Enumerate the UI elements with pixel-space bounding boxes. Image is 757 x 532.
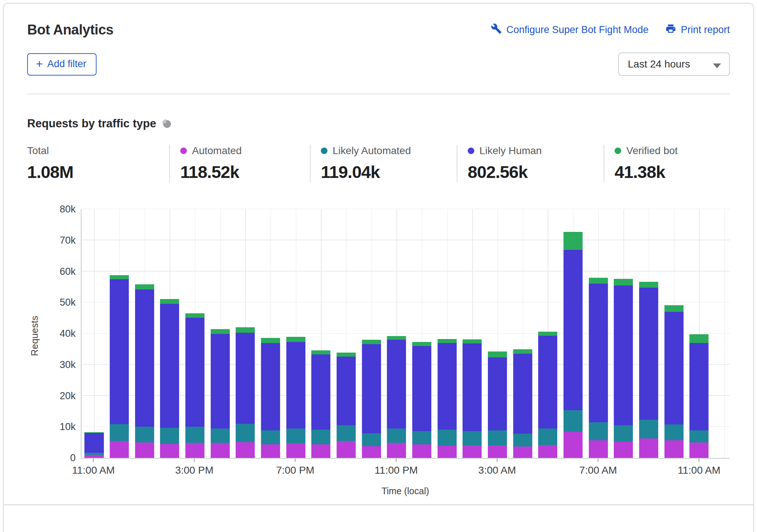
y-tick-label: 20k bbox=[59, 390, 76, 401]
stat-total[interactable]: Total1.08M bbox=[27, 145, 169, 182]
y-tick-label: 0 bbox=[70, 452, 76, 464]
bar-segment-verified-bot bbox=[211, 329, 230, 334]
stat-value: 118.52k bbox=[180, 162, 299, 182]
x-tick-label: 3:00 PM bbox=[175, 464, 213, 476]
bar-9-00-am[interactable] bbox=[639, 282, 658, 458]
y-tick-label: 30k bbox=[59, 359, 76, 370]
bar-segment-likely-automated bbox=[614, 425, 633, 442]
bar-8-00-am[interactable] bbox=[614, 279, 633, 458]
bar-segment-verified-bot bbox=[236, 327, 255, 333]
legend-dot bbox=[321, 147, 327, 154]
bar-2-00-am[interactable] bbox=[463, 339, 482, 458]
bar-12-00-am[interactable] bbox=[412, 342, 431, 458]
bar-1-00-am[interactable] bbox=[438, 339, 457, 458]
pie-chart-icon bbox=[162, 119, 172, 129]
legend-dot bbox=[468, 147, 474, 154]
bar-segment-likely-human bbox=[211, 334, 230, 429]
stat-label: Likely Human bbox=[479, 145, 542, 157]
bar-segment-likely-human bbox=[412, 346, 431, 431]
bar-segment-likely-automated bbox=[110, 424, 129, 441]
bar-segment-likely-human bbox=[463, 343, 482, 431]
stat-likely-automated[interactable]: Likely Automated119.04k bbox=[310, 145, 457, 182]
bar-6-00-am[interactable] bbox=[564, 232, 583, 458]
y-tick-label: 70k bbox=[59, 234, 76, 246]
chart-plot-area: 010k20k30k40k50k60k70k80k bbox=[81, 209, 730, 459]
bar-segment-automated bbox=[236, 442, 255, 458]
x-tick bbox=[497, 459, 497, 462]
stat-verified-bot[interactable]: Verified bot41.38k bbox=[604, 145, 689, 182]
bar-segment-likely-automated bbox=[362, 433, 381, 446]
x-tick bbox=[295, 459, 296, 462]
bar-segment-verified-bot bbox=[664, 305, 683, 312]
bar-segment-verified-bot bbox=[412, 342, 431, 346]
bar-segment-verified-bot bbox=[261, 338, 280, 343]
bar-segment-likely-automated bbox=[564, 410, 583, 432]
configure-super-bot-fight-mode-link[interactable]: Configure Super Bot Fight Mode bbox=[491, 23, 648, 37]
bar-segment-likely-human bbox=[387, 340, 406, 429]
stat-value: 1.08M bbox=[27, 162, 158, 182]
stat-automated[interactable]: Automated118.52k bbox=[169, 145, 310, 182]
bar-8-00-pm[interactable] bbox=[311, 350, 330, 458]
add-filter-button[interactable]: + Add filter bbox=[27, 53, 97, 76]
bar-segment-likely-automated bbox=[463, 431, 482, 445]
bar-segment-verified-bot bbox=[362, 340, 381, 344]
bar-3-00-pm[interactable] bbox=[185, 313, 204, 458]
bar-7-00-pm[interactable] bbox=[286, 337, 305, 458]
bar-segment-likely-human bbox=[664, 312, 683, 424]
gridline bbox=[724, 209, 725, 458]
x-tick-label: 3:00 AM bbox=[478, 464, 516, 476]
print-report-link[interactable]: Print report bbox=[665, 23, 730, 37]
bar-1-00-pm[interactable] bbox=[135, 284, 154, 458]
bar-segment-likely-automated bbox=[135, 427, 154, 442]
gridline bbox=[82, 209, 730, 209]
bar-12-00-pm[interactable] bbox=[110, 275, 129, 458]
stat-likely-human[interactable]: Likely Human802.56k bbox=[457, 145, 604, 182]
bar-segment-verified-bot bbox=[135, 284, 154, 289]
bar-segment-verified-bot bbox=[564, 232, 583, 250]
section-title: Requests by traffic type bbox=[27, 117, 156, 130]
bar-segment-verified-bot bbox=[488, 351, 507, 357]
bar-segment-verified-bot bbox=[185, 313, 204, 318]
bar-10-00-am[interactable] bbox=[664, 305, 683, 458]
bar-segment-likely-human bbox=[135, 289, 154, 427]
bar-segment-likely-human bbox=[236, 333, 255, 424]
x-tick-label: 7:00 PM bbox=[276, 464, 314, 476]
time-range-select[interactable]: Last 24 hours bbox=[618, 52, 730, 76]
header-divider bbox=[27, 94, 730, 94]
y-axis-title: Requests bbox=[29, 316, 40, 356]
bar-11-00-am[interactable] bbox=[84, 432, 104, 458]
bar-2-00-pm[interactable] bbox=[160, 299, 179, 458]
bar-segment-likely-automated bbox=[211, 429, 230, 443]
bar-segment-verified-bot bbox=[387, 336, 406, 340]
bar-segment-likely-automated bbox=[337, 425, 356, 441]
section-bottom-divider bbox=[4, 504, 753, 505]
gridline bbox=[82, 271, 730, 272]
page-title: Bot Analytics bbox=[27, 22, 113, 38]
bar-9-00-pm[interactable] bbox=[337, 353, 356, 458]
bar-segment-likely-human bbox=[588, 284, 608, 422]
bar-6-00-pm[interactable] bbox=[261, 338, 280, 458]
bar-segment-likely-automated bbox=[261, 430, 280, 444]
bar-5-00-pm[interactable] bbox=[236, 327, 255, 458]
bot-analytics-card: Bot Analytics Configure Super Bot Fight … bbox=[3, 3, 754, 532]
bar-5-00-am[interactable] bbox=[538, 332, 557, 458]
bar-4-00-pm[interactable] bbox=[211, 329, 230, 458]
bar-4-00-am[interactable] bbox=[513, 349, 532, 458]
bar-7-00-am[interactable] bbox=[588, 278, 608, 458]
bar-3-00-am[interactable] bbox=[488, 351, 507, 458]
bar-segment-verified-bot bbox=[639, 282, 658, 288]
bar-segment-likely-human bbox=[261, 343, 280, 430]
y-tick-label: 40k bbox=[59, 328, 76, 339]
bar-11-00-am[interactable] bbox=[689, 334, 709, 458]
requests-section: Requests by traffic type Total1.08MAutom… bbox=[4, 117, 753, 496]
bar-segment-likely-automated bbox=[412, 431, 431, 444]
x-tick bbox=[396, 459, 396, 462]
x-tick bbox=[598, 459, 598, 462]
bar-segment-likely-human bbox=[488, 357, 507, 430]
stat-value: 41.38k bbox=[615, 162, 678, 182]
bar-segment-verified-bot bbox=[588, 278, 608, 284]
stat-label: Verified bot bbox=[626, 145, 678, 157]
bar-10-00-pm[interactable] bbox=[362, 340, 381, 458]
bar-segment-likely-human bbox=[689, 343, 709, 430]
bar-11-00-pm[interactable] bbox=[387, 336, 406, 458]
